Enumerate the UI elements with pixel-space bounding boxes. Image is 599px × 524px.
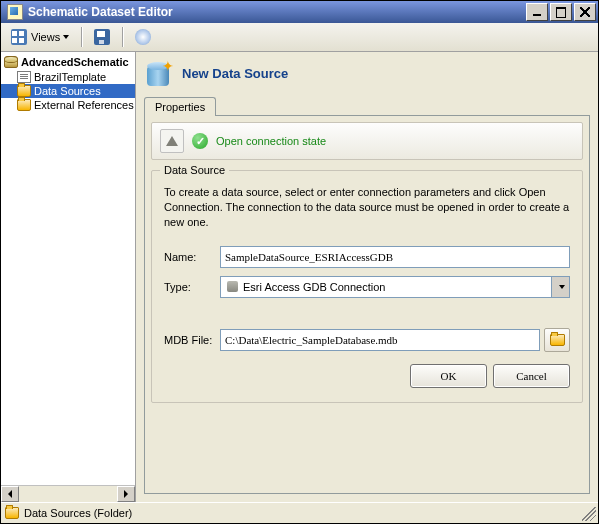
- views-label: Views: [31, 31, 60, 43]
- mdb-input[interactable]: [220, 329, 540, 351]
- tab-panel-properties: ✓ Open connection state Data Source To c…: [144, 115, 590, 494]
- arrow-left-icon: [8, 490, 12, 498]
- views-icon: [11, 29, 27, 45]
- maximize-button[interactable]: [550, 3, 572, 21]
- disk-button[interactable]: [129, 25, 157, 49]
- button-row: OK Cancel: [164, 364, 570, 388]
- group-legend: Data Source: [160, 164, 229, 176]
- tree-scrollbar-h[interactable]: [1, 485, 135, 502]
- statusbar-text: Data Sources (Folder): [24, 507, 132, 519]
- tree-item-label: Data Sources: [34, 85, 101, 97]
- type-option-icon: [224, 279, 240, 295]
- tree-root-label: AdvancedSchematic: [21, 56, 129, 68]
- type-combobox[interactable]: Esri Access GDB Connection: [220, 276, 570, 298]
- tree-root[interactable]: AdvancedSchematic: [1, 54, 135, 70]
- page-title: New Data Source: [182, 66, 288, 81]
- tree-item-brazil[interactable]: BrazilTemplate: [1, 70, 135, 84]
- chevron-down-icon: [63, 35, 69, 39]
- document-icon: [17, 71, 31, 83]
- button-label: Cancel: [516, 370, 547, 382]
- ok-button[interactable]: OK: [410, 364, 487, 388]
- mdb-label: MDB File:: [164, 334, 220, 346]
- scroll-track[interactable]: [19, 486, 117, 502]
- tab-properties[interactable]: Properties: [144, 97, 216, 116]
- tree-item-datasources[interactable]: Data Sources: [1, 84, 135, 98]
- toolbar: Views: [1, 23, 598, 52]
- scroll-right-button[interactable]: [117, 486, 135, 502]
- browse-button[interactable]: [544, 328, 570, 352]
- row-mdb: MDB File:: [164, 328, 570, 352]
- tab-strip: Properties: [136, 96, 598, 115]
- tree-item-label: External References: [34, 99, 134, 111]
- name-input[interactable]: [220, 246, 570, 268]
- scroll-left-button[interactable]: [1, 486, 19, 502]
- window-title: Schematic Dataset Editor: [28, 5, 173, 19]
- folder-icon: [17, 85, 31, 97]
- combo-dropdown-button[interactable]: [551, 277, 569, 297]
- check-icon: ✓: [192, 133, 208, 149]
- minimize-button[interactable]: [526, 3, 548, 21]
- disk-icon: [135, 29, 151, 45]
- close-button[interactable]: [574, 3, 596, 21]
- button-label: OK: [441, 370, 457, 382]
- type-label: Type:: [164, 281, 220, 293]
- tree-item-label: BrazilTemplate: [34, 71, 106, 83]
- status-text: Open connection state: [216, 135, 326, 147]
- type-value: Esri Access GDB Connection: [243, 281, 551, 293]
- connection-icon: [160, 129, 184, 153]
- statusbar: Data Sources (Folder): [1, 502, 598, 523]
- titlebar[interactable]: Schematic Dataset Editor: [1, 1, 598, 23]
- help-text: To create a data source, select or enter…: [164, 185, 570, 230]
- folder-icon: [17, 99, 31, 111]
- main-panel: ✦ New Data Source Properties ✓ Open conn…: [136, 52, 598, 502]
- toolbar-separator: [81, 27, 82, 47]
- database-icon: [4, 56, 18, 68]
- tree-item-external[interactable]: External References: [1, 98, 135, 112]
- name-label: Name:: [164, 251, 220, 263]
- sidebar: AdvancedSchematic BrazilTemplate Data So…: [1, 52, 136, 502]
- datasource-group: Data Source To create a data source, sel…: [151, 170, 583, 403]
- resize-grip[interactable]: [582, 507, 596, 521]
- folder-icon: [5, 507, 19, 519]
- arrow-right-icon: [124, 490, 128, 498]
- cancel-button[interactable]: Cancel: [493, 364, 570, 388]
- connection-status: ✓ Open connection state: [151, 122, 583, 160]
- row-name: Name:: [164, 246, 570, 268]
- tab-label: Properties: [155, 101, 205, 113]
- save-button[interactable]: [88, 25, 116, 49]
- datasource-icon: ✦: [144, 58, 172, 88]
- views-button[interactable]: Views: [5, 25, 75, 49]
- tree[interactable]: AdvancedSchematic BrazilTemplate Data So…: [1, 52, 135, 485]
- app-icon: [7, 4, 23, 20]
- save-icon: [94, 29, 110, 45]
- header: ✦ New Data Source: [136, 52, 598, 96]
- body: AdvancedSchematic BrazilTemplate Data So…: [1, 52, 598, 502]
- folder-open-icon: [550, 334, 565, 346]
- row-type: Type: Esri Access GDB Connection: [164, 276, 570, 298]
- chevron-down-icon: [559, 285, 565, 289]
- app-window: Schematic Dataset Editor Views AdvancedS…: [0, 0, 599, 524]
- toolbar-separator: [122, 27, 123, 47]
